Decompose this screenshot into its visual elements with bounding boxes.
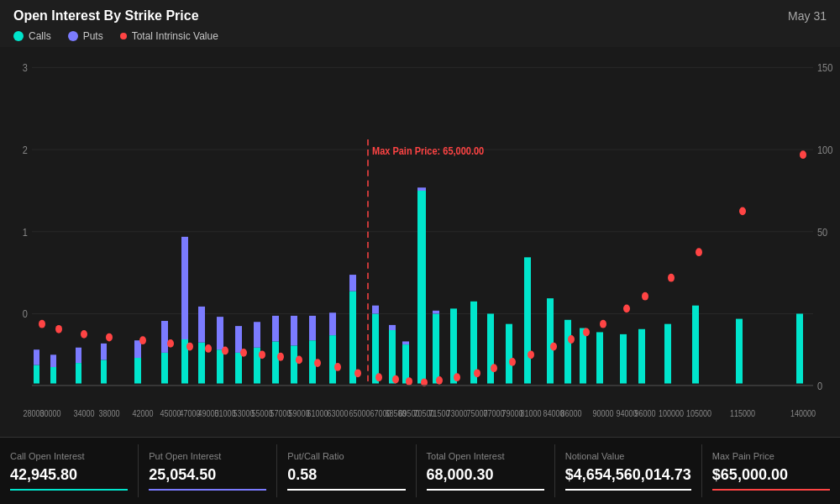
stat-label-1: Put Open Interest [149, 451, 266, 461]
svg-point-76 [139, 336, 146, 344]
svg-rect-36 [254, 322, 260, 348]
svg-rect-28 [181, 237, 188, 339]
svg-rect-53 [417, 191, 426, 384]
svg-rect-37 [272, 341, 279, 383]
stat-underline-4 [565, 489, 691, 491]
svg-rect-25 [161, 353, 168, 384]
stat-item-2: Put/Call Ratio0.58 [277, 444, 416, 497]
svg-text:150: 150 [817, 61, 832, 74]
svg-point-105 [696, 248, 702, 256]
svg-text:3: 3 [23, 61, 28, 74]
stat-label-0: Call Open Interest [10, 451, 128, 461]
svg-point-82 [259, 350, 265, 359]
svg-rect-21 [101, 360, 107, 383]
svg-rect-38 [272, 316, 279, 342]
svg-point-79 [205, 344, 212, 353]
svg-rect-63 [564, 320, 571, 384]
svg-point-92 [436, 376, 443, 385]
stat-label-5: Max Pain Price [712, 451, 830, 461]
svg-rect-56 [433, 311, 439, 314]
svg-text:73000: 73000 [446, 408, 467, 418]
page-title: Open Interest By Strike Price [13, 8, 199, 24]
svg-point-97 [528, 350, 534, 359]
stat-value-5: $65,000.00 [712, 466, 830, 484]
svg-rect-65 [596, 332, 603, 383]
legend-intrinsic: Total Intrinsic Value [120, 30, 218, 42]
svg-point-84 [296, 356, 302, 365]
svg-text:115000: 115000 [730, 408, 755, 418]
svg-text:1: 1 [23, 226, 28, 239]
svg-point-90 [406, 377, 412, 386]
svg-point-87 [354, 369, 361, 377]
svg-rect-44 [329, 312, 336, 335]
svg-rect-22 [101, 344, 107, 360]
svg-rect-34 [235, 326, 242, 353]
main-container: Open Interest By Strike Price May 31 Cal… [0, 0, 840, 504]
stat-underline-1 [149, 489, 266, 491]
stat-underline-0 [10, 489, 128, 491]
svg-text:81000: 81000 [520, 408, 541, 418]
svg-point-93 [454, 373, 460, 381]
svg-text:0: 0 [817, 380, 822, 392]
svg-point-95 [491, 364, 497, 372]
svg-text:30000: 30000 [39, 408, 60, 418]
svg-text:105000: 105000 [686, 408, 711, 418]
svg-rect-69 [692, 306, 699, 384]
svg-rect-18 [50, 354, 56, 367]
svg-rect-32 [217, 317, 223, 349]
svg-rect-24 [134, 340, 141, 358]
svg-point-80 [222, 347, 228, 355]
svg-rect-17 [50, 367, 56, 384]
stat-label-4: Notional Value [565, 451, 691, 461]
svg-point-107 [800, 150, 806, 159]
svg-text:86000: 86000 [560, 408, 581, 418]
svg-rect-62 [547, 298, 554, 383]
svg-rect-48 [372, 306, 379, 314]
svg-rect-67 [638, 329, 645, 384]
svg-point-106 [739, 207, 746, 215]
svg-point-73 [55, 325, 62, 333]
header: Open Interest By Strike Price May 31 [0, 0, 840, 27]
chart-svg: 3 2 1 0 150 100 50 0 Max Pain Price: 65,… [7, 47, 833, 437]
svg-rect-23 [134, 358, 141, 384]
chart-area: 3 2 1 0 150 100 50 0 Max Pain Price: 65,… [0, 47, 840, 437]
stat-underline-5 [712, 489, 830, 491]
svg-text:140000: 140000 [790, 408, 816, 418]
svg-point-86 [334, 363, 341, 371]
svg-point-89 [392, 375, 399, 384]
svg-rect-57 [450, 308, 457, 383]
header-date: May 31 [788, 9, 827, 23]
svg-rect-31 [217, 349, 223, 383]
svg-rect-60 [506, 324, 512, 384]
svg-rect-42 [309, 316, 316, 340]
stat-value-3: 68,000.30 [427, 466, 544, 484]
svg-rect-50 [389, 325, 396, 330]
stat-value-0: 42,945.80 [10, 466, 128, 484]
svg-point-75 [106, 333, 113, 342]
svg-point-85 [314, 359, 321, 367]
svg-rect-26 [161, 321, 168, 353]
svg-text:90000: 90000 [592, 408, 613, 418]
svg-text:38000: 38000 [98, 408, 119, 418]
svg-rect-30 [198, 307, 205, 343]
stat-value-1: 25,054.50 [149, 466, 266, 484]
legend-calls: Calls [13, 30, 51, 42]
svg-text:61000: 61000 [307, 408, 328, 418]
svg-rect-47 [372, 313, 379, 383]
stat-item-4: Notional Value$4,654,560,014.73 [555, 444, 702, 497]
svg-rect-16 [34, 349, 39, 365]
svg-point-77 [167, 339, 174, 348]
svg-rect-20 [76, 348, 81, 363]
svg-point-98 [550, 343, 557, 351]
svg-text:Max Pain Price: 65,000.00: Max Pain Price: 65,000.00 [372, 144, 484, 157]
svg-text:65000: 65000 [349, 408, 370, 418]
svg-rect-71 [796, 313, 803, 383]
stats-bar: Call Open Interest42,945.80Put Open Inte… [0, 437, 840, 504]
svg-text:2: 2 [23, 144, 28, 156]
svg-text:50: 50 [817, 226, 827, 239]
svg-point-102 [623, 304, 630, 312]
stat-item-1: Put Open Interest25,054.50 [139, 444, 277, 497]
svg-point-99 [568, 335, 575, 344]
puts-label: Puts [83, 30, 103, 42]
svg-rect-33 [235, 353, 242, 384]
